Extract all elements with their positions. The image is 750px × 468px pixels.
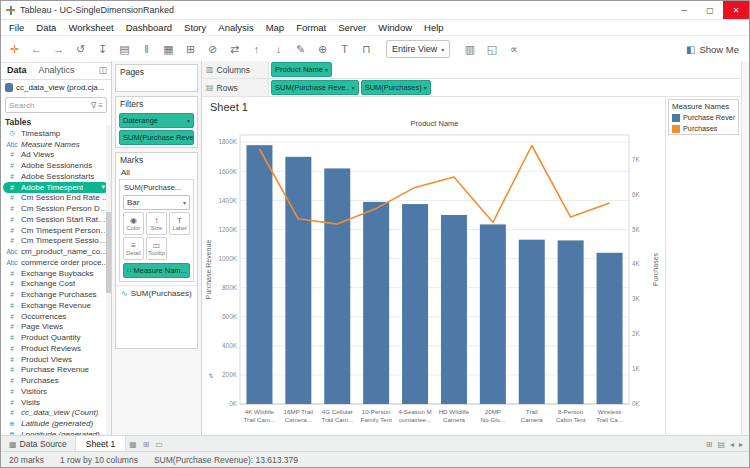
field-latitude-generated[interactable]: ⊕Latitude (generated): [1, 418, 111, 429]
columns-pill-product-name[interactable]: Product Name▾: [271, 62, 332, 77]
field-visitors[interactable]: #Visitors: [1, 386, 111, 397]
bar-4[interactable]: [402, 204, 428, 404]
undo-icon[interactable]: ←: [29, 43, 44, 55]
field-adobe-timespent[interactable]: #Adobe Timespent▾: [3, 182, 109, 193]
rows-pill-sum-purchase-reve[interactable]: SUM(Purchase Reve..▾: [271, 80, 359, 95]
close-button[interactable]: ✕: [723, 1, 749, 19]
field-exchange-revenue[interactable]: #Exchange Revenue: [1, 300, 111, 311]
vertical-scrollbar[interactable]: [741, 61, 749, 436]
tab-data[interactable]: Data: [1, 65, 33, 75]
mark-type-dropdown[interactable]: Bar ▾: [123, 195, 190, 210]
show-sheet-sorter-icon[interactable]: ⊞: [706, 440, 713, 449]
field-visits[interactable]: #Visits: [1, 397, 111, 408]
duplicate-icon[interactable]: ⊞: [183, 43, 198, 56]
field-cm-session-person-de[interactable]: #Cm Session Person De...: [1, 203, 111, 214]
highlight-icon[interactable]: ✎: [293, 43, 308, 56]
scrollbar-thumb[interactable]: [106, 212, 111, 293]
sort-ascending-icon[interactable]: ↑: [249, 43, 264, 55]
show-cards-icon[interactable]: ▥: [462, 43, 477, 56]
menu-data[interactable]: Data: [30, 22, 62, 33]
field-exchange-buybacks[interactable]: #Exchange Buybacks: [1, 268, 111, 279]
field-purchases[interactable]: #Purchases: [1, 375, 111, 386]
menu-file[interactable]: File: [3, 22, 30, 33]
marks-tooltip-button[interactable]: ▭Tooltip: [146, 237, 167, 260]
filter-icon[interactable]: ∇: [91, 101, 96, 110]
marks-label-button[interactable]: TLabel: [169, 212, 190, 235]
new-dashboard-button[interactable]: ⊞: [140, 440, 153, 449]
menu-dashboard[interactable]: Dashboard: [120, 22, 178, 33]
field-adobe-sessionstarts[interactable]: #Adobe Sessionstarts: [1, 171, 111, 182]
field-ad-views[interactable]: #Ad Views: [1, 150, 111, 161]
search-input[interactable]: Search ∇≡: [5, 97, 107, 113]
field-cc-data-view-count[interactable]: #cc_data_view (Count): [1, 408, 111, 419]
menu-format[interactable]: Format: [290, 22, 332, 33]
field-measure-names[interactable]: AbcMeasure Names: [1, 139, 111, 150]
show-me-button[interactable]: ◧ Show Me: [686, 44, 743, 55]
field-cm-product-name-co[interactable]: Abccm_product_name_co...: [1, 246, 111, 257]
field-product-reviews[interactable]: #Product Reviews: [1, 343, 111, 354]
menu-help[interactable]: Help: [418, 22, 450, 33]
bar-6[interactable]: [480, 224, 506, 404]
bar-9[interactable]: [597, 253, 623, 404]
marks-detail-button[interactable]: ≡Detail: [123, 237, 144, 260]
tab-analytics[interactable]: Analytics: [33, 65, 81, 75]
bar-2[interactable]: [324, 168, 350, 404]
new-worksheet-button[interactable]: ▦: [126, 440, 140, 449]
menu-analysis[interactable]: Analysis: [212, 22, 259, 33]
marks-active-measure[interactable]: SUM(Purchase...: [122, 182, 191, 193]
field-cm-timespent-session[interactable]: #Cm Timespent Session...: [1, 236, 111, 247]
show-labels-icon[interactable]: T: [337, 43, 352, 55]
field-cm-session-start-rate[interactable]: #Cm Session Start Rate...: [1, 214, 111, 225]
pages-shelf[interactable]: Pages: [115, 64, 198, 92]
marks-sum-purchases[interactable]: ∿ SUM(Purchases): [116, 285, 197, 301]
minimize-button[interactable]: ─: [671, 1, 697, 19]
field-exchange-purchases[interactable]: #Exchange Purchases: [1, 289, 111, 300]
bar-5[interactable]: [441, 215, 467, 404]
columns-shelf[interactable]: Product Name▾: [269, 62, 741, 77]
field-cm-timespent-person[interactable]: #Cm Timespent Person ...: [1, 225, 111, 236]
marks-all-label[interactable]: All: [116, 167, 197, 178]
redo-icon[interactable]: →: [51, 43, 66, 55]
data-source-connection[interactable]: cc_data_view (prod.cja...: [1, 80, 111, 95]
measure-names-pill[interactable]: ∷ Measure Nam...: [123, 263, 190, 278]
data-source-tab[interactable]: ▦ Data Source: [1, 436, 76, 452]
legend-item-purchase-revenue[interactable]: Purchase Revenue: [669, 112, 738, 123]
marks-card[interactable]: Marks All SUM(Purchase... Bar ▾ ◉Color↕S…: [115, 152, 198, 349]
field-page-views[interactable]: #Page Views: [1, 322, 111, 333]
scroll-tabs-left-icon[interactable]: ◂: [730, 440, 734, 449]
chart[interactable]: 0K200K400K600K800K1000K1200K1400K1600K18…: [202, 115, 665, 436]
field-commerce-order-proce[interactable]: Abccommerce order proce...: [1, 257, 111, 268]
bar-8[interactable]: [558, 240, 584, 404]
group-icon[interactable]: ⊕: [315, 43, 330, 56]
filter-pill-daterange[interactable]: Daterange▾: [119, 113, 194, 128]
field-timestamp[interactable]: ◷Timestamp: [1, 128, 111, 139]
marks-color-button[interactable]: ◉Color: [123, 212, 144, 235]
rows-shelf[interactable]: SUM(Purchase Reve..▾SUM(Purchases)▾: [269, 80, 741, 95]
field-exchange-cost[interactable]: #Exchange Cost: [1, 279, 111, 290]
bar-1[interactable]: [285, 157, 311, 404]
purchases-line[interactable]: [260, 146, 610, 225]
scroll-tabs-right-icon[interactable]: ▸: [739, 440, 743, 449]
sheet-tab[interactable]: Sheet 1: [76, 436, 126, 452]
field-cm-session-end-rate[interactable]: #Cm Session End Rate ...: [1, 193, 111, 204]
presentation-icon[interactable]: ◱: [484, 43, 499, 56]
field-product-views[interactable]: #Product Views: [1, 354, 111, 365]
measure-names-legend[interactable]: Measure Names Purchase RevenuePurchases: [668, 99, 739, 135]
menu-worksheet[interactable]: Worksheet: [62, 22, 119, 33]
new-story-button[interactable]: ▭: [152, 440, 166, 449]
save-icon[interactable]: ↧: [95, 43, 110, 56]
legend-item-purchases[interactable]: Purchases: [669, 123, 738, 134]
menu-server[interactable]: Server: [332, 22, 372, 33]
sort-descending-icon[interactable]: ↓: [271, 43, 286, 55]
bar-3[interactable]: [363, 202, 389, 404]
menu-map[interactable]: Map: [260, 22, 290, 33]
tableau-logo-icon[interactable]: ✛: [7, 43, 22, 56]
filter-pill-sum-purchase-reve[interactable]: SUM(Purchase Reve...▾: [119, 130, 194, 145]
bar-0[interactable]: [246, 145, 272, 404]
new-worksheet-icon[interactable]: ▦: [161, 43, 176, 56]
swap-axes-icon[interactable]: ⇄: [227, 43, 242, 56]
menu-story[interactable]: Story: [178, 22, 212, 33]
rows-pill-sum-purchases[interactable]: SUM(Purchases)▾: [361, 80, 431, 95]
view-options-icon[interactable]: ≡: [98, 101, 103, 110]
maximize-button[interactable]: ▢: [697, 1, 723, 19]
